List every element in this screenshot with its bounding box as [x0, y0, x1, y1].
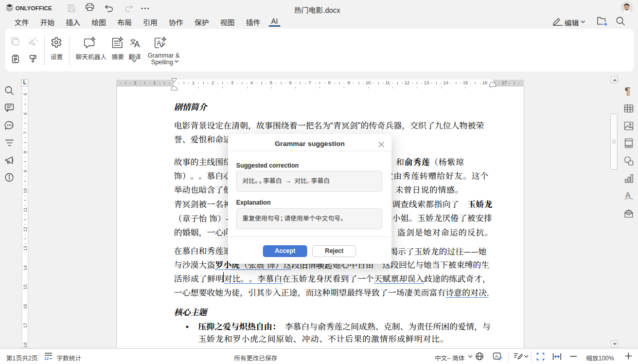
svg-text:12: 12	[44, 356, 49, 361]
svg-text:A: A	[495, 353, 499, 359]
